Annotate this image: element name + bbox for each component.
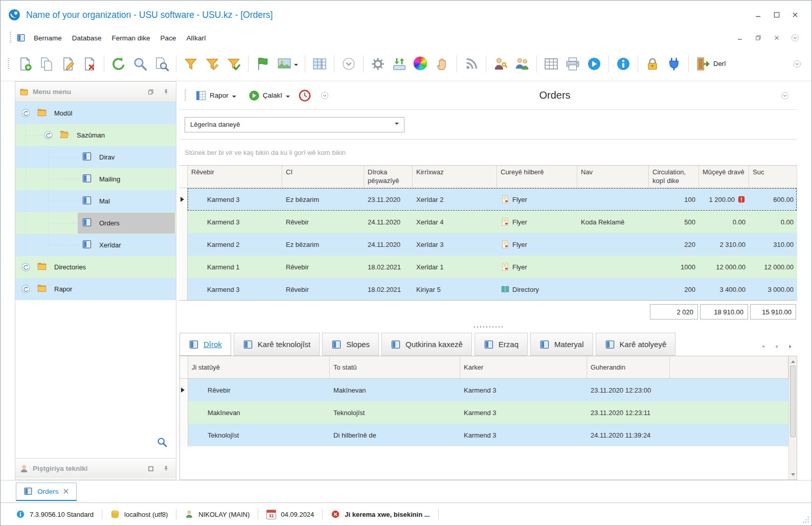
tree-item-xer-dar[interactable]: Xerîdar: [15, 234, 176, 256]
document-tab-orders[interactable]: Orders: [16, 483, 77, 501]
tab-kar-atolyey[interactable]: Karê atolyeyê: [596, 333, 676, 356]
main-collapse-button[interactable]: [776, 89, 794, 102]
tab-d-rok[interactable]: Dîrok: [179, 333, 231, 356]
toolbar-filter-edit-button[interactable]: [202, 54, 222, 74]
history-row-3[interactable]: TeknolojîstDi hilberînê deKarmend 324.11…: [180, 424, 788, 446]
menu-item-ferman-dike[interactable]: Ferman dike: [107, 32, 155, 44]
tree-expand-icon[interactable]: [20, 108, 31, 119]
menu-item-pace[interactable]: Pace: [155, 32, 182, 44]
toolbar-table-add-button[interactable]: [310, 54, 329, 74]
toolbar-user-key-button[interactable]: [491, 54, 510, 74]
table-row-1[interactable]: Karmend 3Ez bêzarim23.11.2020Xerîdar 2Fl…: [179, 188, 797, 211]
calaki-button[interactable]: Çalakî: [244, 88, 294, 103]
column-header-kirr-xwaz[interactable]: Kirrîxwaz: [413, 166, 497, 188]
toolbar-hand-button[interactable]: [433, 54, 452, 74]
tree-item-directories[interactable]: Directories: [15, 256, 176, 278]
history-row-2[interactable]: MakînevanTeknolojîstKarmend 323.11.2020 …: [180, 401, 788, 424]
menubar-grip[interactable]: [10, 32, 11, 44]
toolbar-import-export-button[interactable]: [390, 54, 409, 74]
tab-kar-teknoloj-st[interactable]: Karê teknolojîst: [234, 333, 320, 356]
toolbar-gear-button[interactable]: [368, 54, 388, 74]
toolbar-color-wheel-button[interactable]: [411, 54, 431, 74]
resize-grip[interactable]: [802, 516, 810, 524]
scroll-down-button[interactable]: [789, 471, 797, 479]
toolbar-flag-button[interactable]: [253, 54, 273, 74]
tree-item-mal[interactable]: Mal: [15, 190, 176, 212]
support-pin-button[interactable]: [161, 463, 172, 474]
close-button[interactable]: [786, 8, 804, 21]
toolbar-info-button[interactable]: [614, 54, 633, 74]
menu-item-database[interactable]: Database: [67, 32, 107, 44]
rapor-button[interactable]: Rapor: [191, 88, 240, 103]
column-header-m-ey-drav[interactable]: Mûçeyê dravê: [699, 166, 749, 188]
tab-close-icon[interactable]: [63, 488, 69, 494]
support-panel-header[interactable]: Piştgiriya teknîkî: [15, 458, 176, 478]
toolbar-refresh-button[interactable]: [109, 54, 128, 74]
sidebar-search-button[interactable]: [156, 437, 169, 449]
toolbar-plug-button[interactable]: [664, 54, 684, 74]
toolbar-collapse-button[interactable]: [788, 57, 806, 71]
column-header-d-roka-p-waz-y[interactable]: Dîroka pêşwazîyê: [364, 166, 413, 188]
toolbar-next-button[interactable]: [584, 54, 604, 74]
mdi-minimize-button[interactable]: [731, 31, 749, 44]
menu-item-al-kar[interactable]: Alîkarî: [181, 32, 211, 44]
history-column-ji-stat-y[interactable]: Ji statûyê: [188, 356, 330, 378]
toolbar-image-button[interactable]: [275, 54, 300, 74]
maximize-button[interactable]: [768, 8, 786, 21]
column-header-suc[interactable]: Suc: [749, 166, 797, 188]
minimize-button[interactable]: [749, 8, 768, 21]
toolbar-exit-door-button[interactable]: Derî: [693, 54, 728, 74]
tree-expand-icon[interactable]: [43, 130, 54, 141]
orders-toolbar-grip[interactable]: [185, 89, 186, 102]
panel-restore-button[interactable]: [145, 86, 156, 98]
column-header-curey-hilber[interactable]: Cureyê hilberê: [497, 166, 577, 188]
tab-scroll-right-button[interactable]: [787, 344, 793, 350]
tree-item-dirav[interactable]: Dirav: [15, 146, 176, 168]
clock-button[interactable]: [294, 87, 315, 104]
mdi-restore-button[interactable]: [749, 31, 768, 44]
support-maximize-button[interactable]: [145, 463, 156, 474]
toolbar-filter-button[interactable]: [181, 54, 200, 74]
panel-splitter[interactable]: [179, 323, 797, 330]
tab-list-button[interactable]: [760, 344, 766, 350]
data-search-combo[interactable]: Lêgerîna daneyê: [185, 117, 404, 132]
tree-item-mailing[interactable]: Mailing: [15, 168, 176, 190]
tab-scroll-left-button[interactable]: [774, 344, 780, 350]
toolbar-grip[interactable]: [8, 58, 9, 70]
scroll-up-button[interactable]: [789, 356, 797, 364]
toolbar-print-button[interactable]: [563, 54, 582, 74]
column-header-c[interactable]: Cî: [282, 166, 364, 188]
toolbar-feed-button[interactable]: [462, 54, 481, 74]
column-header-nav[interactable]: Nav: [577, 166, 649, 188]
toolbar-copy-document-button[interactable]: [37, 54, 56, 74]
table-row-4[interactable]: Karmend 1Rêvebir18.02.2021Xerîdar 1Flyer…: [179, 256, 797, 278]
history-scrollbar[interactable]: [788, 356, 797, 479]
toolbar-search-document-button[interactable]: [152, 54, 171, 74]
tab-materyal[interactable]: Materyal: [530, 333, 593, 356]
toolbar-search-button[interactable]: [130, 54, 150, 74]
toolbar-filter-check-button[interactable]: [224, 54, 243, 74]
menu-item-bername[interactable]: Bername: [29, 32, 67, 44]
tree-item-mod-l[interactable]: Modûl: [15, 102, 176, 124]
table-row-2[interactable]: Karmend 3Rêvebir24.11.2020Xerîdar 4Flyer…: [179, 211, 797, 233]
tab-erzaq[interactable]: Erzaq: [475, 333, 528, 356]
toolbar-lock-button[interactable]: [643, 54, 662, 74]
column-header-r-vebir[interactable]: Rêvebir: [188, 166, 282, 188]
tab-slopes[interactable]: Slopes: [322, 333, 379, 356]
history-column-karker[interactable]: Karker: [460, 356, 587, 378]
table-row-5[interactable]: Karmend 3Rêvebir18.02.2021Kiriyar 5Direc…: [179, 278, 797, 301]
toolbar-edit-document-button[interactable]: [58, 54, 78, 74]
menubar-collapse-button[interactable]: [786, 31, 804, 44]
toolbar-table-button[interactable]: [542, 54, 561, 74]
mdi-close-button[interactable]: [768, 31, 786, 44]
column-header-circulation-kop-dike[interactable]: Circulation, kopî dike: [649, 166, 699, 188]
tree-item-orders[interactable]: Orders: [15, 212, 176, 234]
table-row-3[interactable]: Karmend 2Ez bêzarim24.11.2020Xerîdar 3Fl…: [179, 233, 797, 256]
toolbar-delete-document-button[interactable]: [80, 54, 99, 74]
orders-toolbar-collapse-button[interactable]: [315, 89, 334, 102]
toolbar-users-group-button[interactable]: [512, 54, 532, 74]
history-column-guherandin[interactable]: Guherandin: [587, 356, 670, 378]
toolbar-collapse-circle-button[interactable]: [339, 54, 358, 74]
history-column-to-stat[interactable]: To statû: [330, 356, 460, 378]
history-row-1[interactable]: RêvebirMakînevanKarmend 323.11.2020 12:2…: [180, 379, 788, 401]
